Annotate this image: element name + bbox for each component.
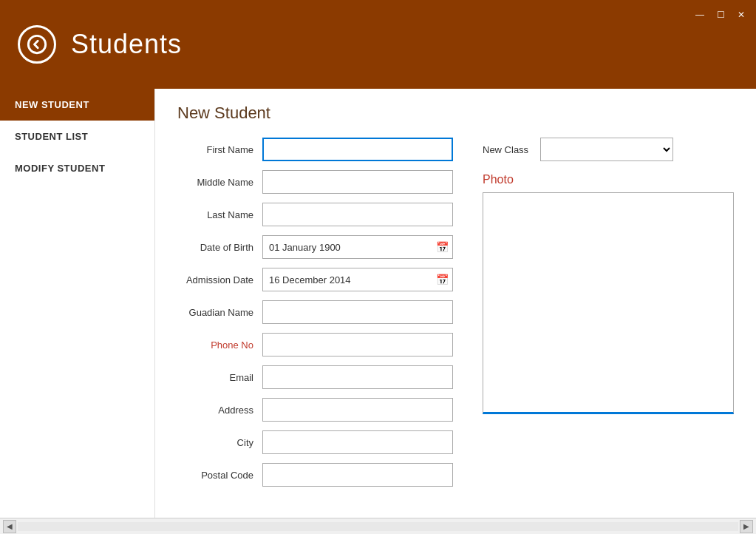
main-layout: NEW STUDENT STUDENT LIST MODIFY STUDENT … — [0, 89, 756, 518]
guardian-name-input[interactable] — [262, 300, 453, 324]
postal-code-row: Postal Code — [177, 463, 453, 487]
address-row: Address — [177, 398, 453, 422]
postal-code-label: Postal Code — [177, 470, 262, 481]
form-and-photo: First Name Middle Name Last Name Date of… — [177, 138, 734, 503]
admission-date-input[interactable] — [262, 268, 453, 291]
content-area: New Student First Name Middle Name Last … — [155, 89, 756, 518]
new-class-row: New Class — [483, 138, 734, 161]
first-name-row: First Name — [177, 138, 453, 161]
middle-name-input[interactable] — [262, 170, 453, 194]
admission-date-label: Admission Date — [177, 274, 262, 285]
first-name-label: First Name — [177, 144, 262, 155]
bottom-scrollbar: ◀ ▶ — [0, 518, 756, 534]
middle-name-label: Middle Name — [177, 177, 262, 188]
new-class-label: New Class — [483, 144, 528, 155]
window-controls: — ☐ ✕ — [692, 7, 749, 22]
photo-label: Photo — [483, 173, 734, 186]
first-name-input[interactable] — [262, 138, 453, 161]
scroll-right-button[interactable]: ▶ — [740, 520, 753, 533]
maximize-button[interactable]: ☐ — [713, 7, 728, 22]
phone-no-row: Phone No — [177, 333, 453, 356]
address-input[interactable] — [262, 398, 453, 422]
city-input[interactable] — [262, 430, 453, 454]
date-of-birth-row: Date of Birth 📅 — [177, 235, 453, 259]
sidebar-item-student-list[interactable]: STUDENT LIST — [0, 121, 154, 152]
last-name-input[interactable] — [262, 203, 453, 226]
date-of-birth-input[interactable] — [262, 235, 453, 259]
email-row: Email — [177, 365, 453, 389]
date-of-birth-wrapper: 📅 — [262, 235, 453, 259]
right-section: New Class Photo — [483, 138, 734, 503]
new-class-select[interactable] — [540, 138, 673, 161]
minimize-button[interactable]: — — [692, 7, 707, 22]
guardian-name-row: Guadian Name — [177, 300, 453, 324]
sidebar-item-new-student[interactable]: NEW STUDENT — [0, 89, 154, 121]
photo-box[interactable] — [483, 192, 734, 414]
close-button[interactable]: ✕ — [734, 7, 749, 22]
back-button[interactable] — [18, 25, 56, 64]
postal-code-input[interactable] — [262, 463, 453, 487]
last-name-label: Last Name — [177, 209, 262, 220]
sidebar-item-modify-student[interactable]: MODIFY STUDENT — [0, 152, 154, 184]
guardian-name-label: Guadian Name — [177, 307, 262, 318]
scroll-left-button[interactable]: ◀ — [3, 520, 16, 533]
admission-date-wrapper: 📅 — [262, 268, 453, 291]
form-section: First Name Middle Name Last Name Date of… — [177, 138, 453, 503]
date-of-birth-label: Date of Birth — [177, 242, 262, 253]
scroll-track[interactable] — [18, 522, 738, 531]
city-row: City — [177, 430, 453, 454]
app-title: Students — [71, 29, 182, 60]
svg-point-0 — [28, 36, 45, 53]
page-title: New Student — [177, 104, 734, 123]
admission-date-row: Admission Date 📅 — [177, 268, 453, 291]
phone-no-label: Phone No — [177, 339, 262, 351]
email-label: Email — [177, 372, 262, 383]
middle-name-row: Middle Name — [177, 170, 453, 194]
address-label: Address — [177, 405, 262, 416]
last-name-row: Last Name — [177, 203, 453, 226]
sidebar: NEW STUDENT STUDENT LIST MODIFY STUDENT — [0, 89, 155, 518]
city-label: City — [177, 437, 262, 448]
email-input[interactable] — [262, 365, 453, 389]
phone-no-input[interactable] — [262, 333, 453, 356]
title-bar: Students — [0, 0, 756, 89]
